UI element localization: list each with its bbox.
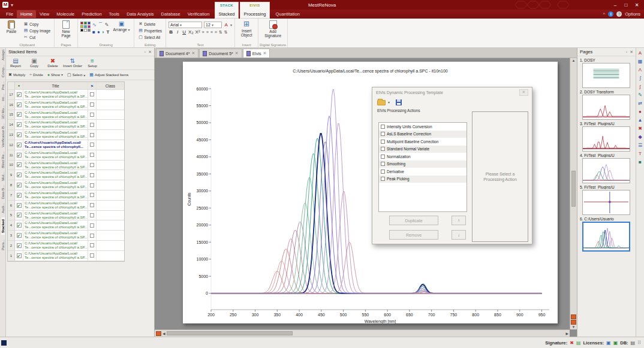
- list-tool-icon[interactable]: ☰: [638, 143, 642, 148]
- dialog-close-button[interactable]: ✕: [519, 89, 528, 96]
- menu-home[interactable]: Home: [17, 10, 36, 18]
- table-tool-icon[interactable]: ▦: [638, 59, 643, 64]
- action-checkbox[interactable]: [381, 162, 385, 166]
- scroll-left-icon[interactable]: ◀: [162, 331, 165, 335]
- align-left-button[interactable]: ≡: [202, 30, 204, 34]
- color-palette[interactable]: [80, 20, 91, 42]
- line-spacing-button[interactable]: ⇅: [219, 30, 222, 35]
- menu-file[interactable]: File: [2, 10, 17, 18]
- table-row[interactable]: 13✔C:/Users/Usuario/AppData/Local/Te...c…: [8, 130, 124, 140]
- action-checkbox[interactable]: [381, 140, 385, 144]
- dock-tab-mul[interactable]: Mul...: [1, 172, 5, 181]
- delete-button[interactable]: ✖Delete: [44, 58, 61, 68]
- maximize-button[interactable]: □: [621, 1, 631, 8]
- vertical-scrollbar[interactable]: ▲ ▼: [570, 58, 577, 329]
- row-class-cell[interactable]: [97, 130, 124, 140]
- action-item-asls-baseline-correction[interactable]: AsLS Baseline Correction: [379, 131, 467, 138]
- row-pin-checkbox[interactable]: [90, 203, 94, 207]
- info-icon[interactable]: i: [608, 11, 613, 17]
- menu-verification[interactable]: Verification: [184, 10, 213, 18]
- divide-button[interactable]: ÷Divide: [28, 71, 44, 78]
- integration-tool-icon[interactable]: ∫: [639, 75, 640, 81]
- row-title[interactable]: C:/Users/Usuario/AppData/Local/Te...cenc…: [23, 201, 88, 210]
- row-pin-checkbox[interactable]: [90, 102, 94, 107]
- pen-tool-icon[interactable]: ✎: [105, 22, 109, 28]
- row-checkbox[interactable]: ✔: [17, 132, 22, 137]
- row-pin-checkbox[interactable]: [90, 253, 94, 258]
- collapse-ribbon-icon[interactable]: ^: [603, 11, 605, 17]
- superscript-button[interactable]: X²: [195, 29, 200, 35]
- row-class-cell[interactable]: [97, 231, 124, 240]
- table-row[interactable]: 17✔C:/Users/Usuario/AppData/Local/Te...c…: [8, 90, 124, 100]
- arrange-button[interactable]: ▣ Arrange ▾: [111, 20, 131, 42]
- row-class-cell[interactable]: [97, 90, 124, 99]
- add-signature-button[interactable]: AddSignature: [261, 20, 285, 42]
- dock-tab-para[interactable]: Para...: [1, 240, 5, 250]
- row-class-cell[interactable]: [97, 190, 124, 200]
- row-checkbox[interactable]: ✔: [17, 153, 22, 158]
- report-button[interactable]: ▤Report: [7, 58, 24, 68]
- next-page-button[interactable]: [571, 320, 576, 325]
- font-color-caret-icon[interactable]: ▾: [230, 23, 232, 27]
- row-title[interactable]: C:/Users/Usuario/AppData/Local/Te...cenc…: [23, 140, 88, 150]
- row-title[interactable]: C:/Users/Usuario/AppData/Local/Te...cenc…: [23, 110, 88, 120]
- row-title[interactable]: C:/Users/Usuario/AppData/Local/Te...cenc…: [23, 170, 88, 180]
- license-icon-b[interactable]: ▣: [613, 340, 618, 346]
- page-item-3[interactable]: 3. Fi/Test_Plugins/U: [577, 120, 636, 152]
- page-thumbnail[interactable]: [582, 95, 630, 120]
- row-checkbox[interactable]: ✔: [17, 173, 22, 177]
- page-item-4[interactable]: 4. Fi/Test_Plugins/U: [577, 152, 636, 183]
- row-checkbox[interactable]: ✔: [17, 183, 22, 187]
- italic-button[interactable]: I: [175, 29, 180, 35]
- row-title[interactable]: C:/Users/Usuario/AppData/Local/Te...cenc…: [23, 251, 88, 261]
- minimize-button[interactable]: –: [610, 1, 620, 8]
- scroll-up-icon[interactable]: ▲: [572, 59, 576, 62]
- row-checkbox[interactable]: ✔: [17, 102, 22, 107]
- row-pin-checkbox[interactable]: [90, 213, 94, 217]
- dialog-title-bar[interactable]: ElVis Dynamic Processing Template ✕: [372, 87, 532, 97]
- save-quick-icon[interactable]: ▾: [11, 2, 13, 8]
- move-down-button[interactable]: ↓: [452, 230, 466, 240]
- menu-quantitation[interactable]: Quantitation: [272, 10, 303, 18]
- row-title[interactable]: C:/Users/Usuario/AppData/Local/Te...cenc…: [23, 130, 88, 140]
- color-swatch-4[interactable]: [84, 25, 87, 28]
- color-swatch-5[interactable]: [88, 25, 91, 28]
- save-template-icon[interactable]: [396, 99, 402, 105]
- table-row[interactable]: 16✔C:/Users/Usuario/AppData/Local/Te...c…: [8, 100, 124, 110]
- char-spacing-button[interactable]: ⇅: [224, 30, 228, 35]
- select-button[interactable]: ▢Select▾: [66, 71, 86, 78]
- paste-button[interactable]: Paste: [2, 20, 20, 42]
- dock-tab-blind-re[interactable]: Blind Re...: [1, 152, 5, 168]
- action-item-multipoint-baseline-correction[interactable]: Multipoint Baseline Correction: [379, 138, 467, 146]
- swap-tool-icon[interactable]: ⇄: [638, 101, 642, 106]
- row-pin-checkbox[interactable]: [90, 153, 94, 157]
- table-row[interactable]: 9✔C:/Users/Usuario/AppData/Local/Te...ce…: [8, 170, 124, 180]
- vertical-scroll-thumb[interactable]: [571, 171, 576, 207]
- shape-tool-icon[interactable]: ■: [639, 159, 642, 165]
- bold-button[interactable]: B: [168, 29, 173, 35]
- document-canvas[interactable]: C:/Users/Usuario/AppData/Local/Te...cenc…: [155, 58, 570, 329]
- row-class-cell[interactable]: [97, 120, 124, 129]
- db-icon[interactable]: ▤: [631, 340, 636, 346]
- horizontal-scroll-thumb[interactable]: [167, 331, 293, 335]
- resize-grip-icon[interactable]: ⠿: [637, 340, 641, 346]
- help-icon[interactable]: ?: [616, 11, 622, 17]
- cut-button[interactable]: ✂Cut: [22, 34, 52, 40]
- row-title[interactable]: C:/Users/Usuario/AppData/Local/Te...cenc…: [23, 161, 88, 170]
- table-row[interactable]: 4✔C:/Users/Usuario/AppData/Local/Te...ce…: [8, 220, 124, 231]
- row-class-cell[interactable]: [97, 100, 124, 110]
- row-class-cell[interactable]: [97, 220, 124, 230]
- table-row[interactable]: 2✔C:/Users/Usuario/AppData/Local/Te...ce…: [8, 241, 124, 251]
- underline-button[interactable]: U: [182, 29, 186, 35]
- move-up-button[interactable]: ↑: [452, 216, 466, 225]
- row-checkbox[interactable]: ✔: [17, 253, 22, 258]
- dock-tab-verification-b[interactable]: Verification B...: [1, 123, 5, 147]
- license-icon-a[interactable]: ▣: [606, 340, 611, 346]
- row-title[interactable]: C:/Users/Usuario/AppData/Local/Te...cenc…: [23, 150, 88, 160]
- row-pin-checkbox[interactable]: [90, 243, 94, 247]
- align-center-button[interactable]: ≡: [206, 30, 209, 34]
- show-button[interactable]: ●Show▾: [46, 71, 64, 78]
- action-item-normalization[interactable]: Normalization: [379, 153, 467, 161]
- table-row[interactable]: 7✔C:/Users/Usuario/AppData/Local/Te...ce…: [8, 190, 124, 201]
- copy-image-button[interactable]: ▤Copy Image: [22, 28, 52, 34]
